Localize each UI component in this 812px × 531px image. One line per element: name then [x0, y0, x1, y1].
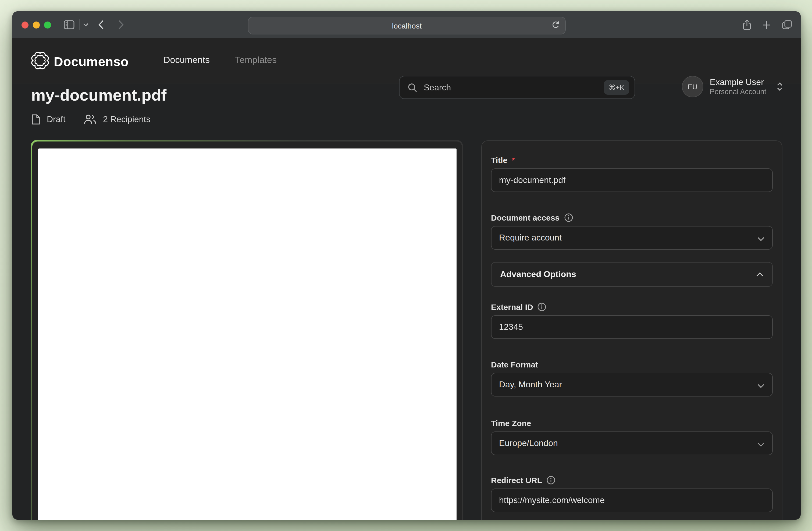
share-icon[interactable] [742, 11, 752, 38]
timezone-select[interactable]: Europe/London [491, 431, 773, 455]
document-access-label: Document access [491, 213, 773, 222]
browser-window: localhost [12, 11, 801, 520]
app-header: Documenso Documents Templates Search ⌘+K… [12, 38, 801, 83]
users-icon [84, 114, 97, 125]
account-texts: Example User Personal Account [710, 77, 766, 96]
sidebar-toggle-icon[interactable] [63, 11, 75, 38]
brand-name: Documenso [54, 54, 129, 69]
redirect-url-input[interactable] [491, 488, 773, 512]
account-name: Example User [710, 77, 766, 87]
page-title: my-document.pdf [31, 86, 166, 104]
advanced-options-toggle[interactable]: Advanced Options [491, 262, 773, 287]
chevron-down-icon [757, 440, 765, 449]
refresh-icon[interactable] [551, 20, 560, 31]
minimize-window-button[interactable] [33, 21, 40, 28]
account-type: Personal Account [710, 87, 766, 96]
search-icon [407, 82, 418, 93]
external-id-label: External ID [491, 302, 773, 312]
document-settings-panel: Title * Document access Require account [481, 140, 782, 520]
toolbar-divider [79, 19, 79, 30]
title-input[interactable] [491, 168, 773, 192]
brand-logo[interactable]: Documenso [31, 52, 129, 72]
tab-overview-icon[interactable] [782, 11, 792, 38]
date-format-label: Date Format [491, 359, 773, 369]
info-icon[interactable] [546, 475, 555, 485]
recipients-count: 2 Recipients [103, 115, 150, 124]
desktop: localhost [0, 0, 812, 531]
chevron-down-icon [757, 381, 765, 391]
timezone-label: Time Zone [491, 418, 773, 428]
title-label: Title * [491, 155, 773, 164]
document-viewer-inner [32, 141, 462, 520]
avatar: EU [682, 76, 704, 97]
close-window-button[interactable] [21, 21, 29, 28]
nav-templates[interactable]: Templates [235, 55, 277, 66]
account-menu[interactable]: EU Example User Personal Account [682, 76, 783, 97]
required-asterisk: * [512, 155, 515, 164]
date-format-select[interactable]: Day, Month Year [491, 373, 773, 397]
info-icon[interactable] [537, 302, 547, 311]
pdf-page [38, 148, 456, 520]
search-shortcut-badge: ⌘+K [604, 80, 629, 95]
search-input[interactable]: Search ⌘+K [399, 76, 635, 99]
search-placeholder: Search [424, 83, 451, 92]
chevron-up-icon [756, 272, 764, 277]
nav-documents[interactable]: Documents [163, 55, 210, 66]
documenso-seal-icon [31, 52, 49, 72]
browser-toolbar: localhost [12, 11, 801, 39]
chevrons-up-down-icon [776, 82, 783, 91]
status-badge: Draft [47, 115, 66, 124]
file-icon [31, 114, 40, 125]
back-button[interactable] [98, 11, 104, 38]
info-icon[interactable] [564, 213, 573, 222]
zoom-window-button[interactable] [44, 21, 51, 28]
new-tab-icon[interactable] [762, 11, 771, 38]
url-text: localhost [392, 21, 422, 30]
status-row: Draft 2 Recipients [31, 114, 150, 125]
forward-button[interactable] [118, 11, 124, 38]
sidebar-menu-chevron-icon[interactable] [83, 11, 89, 38]
url-field[interactable]: localhost [248, 17, 566, 34]
redirect-url-label: Redirect URL [491, 475, 773, 485]
chevron-down-icon [757, 234, 765, 244]
document-viewer [31, 140, 463, 520]
document-access-select[interactable]: Require account [491, 226, 773, 249]
external-id-input[interactable] [491, 315, 773, 339]
